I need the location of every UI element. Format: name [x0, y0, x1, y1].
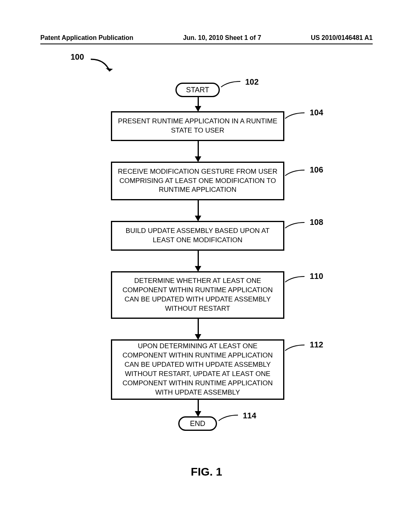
node-step3: BUILD UPDATE ASSEMBLY BASED UPON AT LEAS… — [111, 221, 284, 251]
node-step4-label: DETERMINE WHETHER AT LEAST ONE COMPONENT… — [117, 276, 278, 314]
node-step5-label: UPON DETERMINING AT LEAST ONE COMPONENT … — [117, 342, 278, 397]
leader-106-icon — [284, 168, 309, 178]
node-step1-label: PRESENT RUNTIME APPLICATION IN A RUNTIME… — [117, 117, 278, 135]
ref-100: 100 — [71, 52, 84, 62]
connector-5 — [198, 319, 199, 339]
header-publication: Patent Application Publication — [40, 34, 133, 42]
leader-110-icon — [284, 275, 309, 285]
svg-marker-0 — [106, 68, 113, 71]
connector-3 — [198, 200, 199, 220]
figure-label: FIG. 1 — [0, 466, 413, 478]
node-step4: DETERMINE WHETHER AT LEAST ONE COMPONENT… — [111, 271, 284, 319]
ref-110: 110 — [310, 272, 323, 281]
ref-114: 114 — [243, 411, 256, 420]
page-header: Patent Application Publication Jun. 10, … — [40, 34, 373, 44]
node-start: START — [175, 83, 220, 97]
page: Patent Application Publication Jun. 10, … — [0, 0, 413, 532]
arrow-100-icon — [89, 54, 117, 79]
node-end: END — [178, 416, 217, 431]
header-date-sheet: Jun. 10, 2010 Sheet 1 of 7 — [183, 34, 261, 42]
connector-2 — [198, 141, 199, 161]
node-step2-label: RECEIVE MODIFICATION GESTURE FROM USER C… — [117, 167, 278, 195]
connector-6 — [198, 400, 199, 416]
ref-108: 108 — [310, 218, 323, 227]
ref-106: 106 — [310, 165, 323, 175]
connector-1 — [198, 97, 199, 111]
node-step3-label: BUILD UPDATE ASSEMBLY BASED UPON AT LEAS… — [117, 227, 278, 245]
ref-102: 102 — [245, 77, 259, 87]
node-step1: PRESENT RUNTIME APPLICATION IN A RUNTIME… — [111, 111, 284, 141]
leader-104-icon — [284, 111, 309, 121]
ref-104: 104 — [310, 108, 323, 117]
node-step5: UPON DETERMINING AT LEAST ONE COMPONENT … — [111, 339, 284, 400]
ref-112: 112 — [310, 340, 323, 349]
leader-112-icon — [284, 343, 309, 353]
header-pubnumber: US 2010/0146481 A1 — [311, 34, 373, 42]
leader-114-icon — [218, 413, 242, 422]
node-start-label: START — [186, 85, 209, 95]
node-step2: RECEIVE MODIFICATION GESTURE FROM USER C… — [111, 162, 284, 200]
leader-108-icon — [284, 221, 309, 231]
node-end-label: END — [190, 419, 205, 428]
connector-4 — [198, 251, 199, 271]
leader-102-icon — [220, 79, 244, 89]
